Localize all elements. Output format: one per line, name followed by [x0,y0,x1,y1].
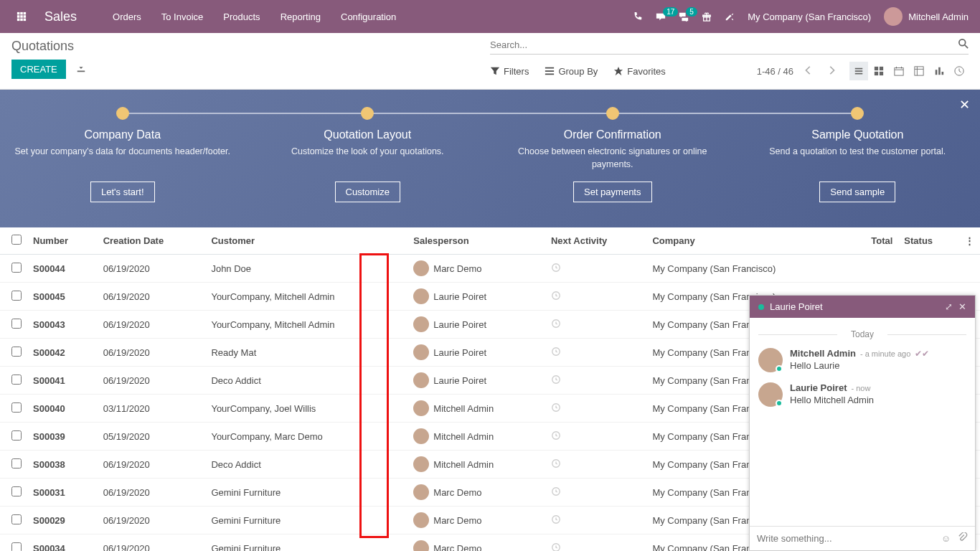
cell-salesperson: Marc Demo [407,534,545,552]
row-checkbox[interactable] [11,542,22,552]
row-checkbox[interactable] [11,486,22,496]
menu-orders[interactable]: Orders [113,11,141,22]
breadcrumb-title: Quotations [11,39,490,54]
emoji-icon[interactable]: ☺ [941,533,951,544]
cell-activity[interactable] [545,283,646,311]
chat-input[interactable] [757,533,934,544]
row-checkbox[interactable] [11,375,22,385]
msg-text: Hello Mitchell Admin [790,395,966,405]
row-checkbox[interactable] [11,263,22,273]
pager-prev-icon[interactable] [801,65,816,77]
row-checkbox[interactable] [11,514,22,524]
phone-icon[interactable] [633,11,643,22]
messages-icon[interactable]: 17 [656,11,666,22]
row-checkbox[interactable] [11,347,22,357]
col-date[interactable]: Creation Date [98,227,206,255]
msg-text: Hello Laurie [790,360,966,371]
chat-body[interactable]: Today Mitchell Admin - a minute ago ✔✔ H… [750,318,975,526]
col-total[interactable]: Total [849,227,898,255]
user-menu[interactable]: Mitchell Admin [884,7,969,26]
row-checkbox[interactable] [11,291,22,301]
cell-salesperson: Mitchell Admin [407,451,545,479]
company-name: My Company (San Francisco) [748,11,871,22]
cell-number: S00041 [27,367,98,395]
settings-icon[interactable] [725,11,735,22]
cell-number: S00039 [27,423,98,451]
col-salesperson[interactable]: Salesperson [407,227,545,255]
cell-salesperson: Marc Demo [407,479,545,507]
cell-activity[interactable] [545,479,646,507]
close-chat-icon[interactable]: ✕ [958,301,966,312]
pivot-view-icon[interactable] [910,62,928,80]
activity-view-icon[interactable] [950,62,969,80]
calendar-view-icon[interactable] [890,62,908,80]
cell-date: 06/19/2020 [98,311,206,339]
onboarding-step-sample: Sample Quotation Send a quotation to tes… [735,107,981,216]
read-check-icon: ✔✔ [915,349,929,359]
import-icon[interactable] [76,63,86,75]
search-input[interactable] [490,39,958,50]
chat-header[interactable]: Laurie Poiret ⤢ ✕ [750,296,975,318]
cell-options[interactable] [958,255,980,283]
cell-customer: Deco Addict [205,451,407,479]
onboarding-step-layout: Quotation Layout Customize the look of y… [245,107,491,216]
col-number[interactable]: Number [27,227,98,255]
apps-icon[interactable] [11,6,32,27]
onboarding-step-company: Company Data Set your company's data for… [0,107,245,216]
expand-icon[interactable]: ⤢ [945,301,953,312]
view-switcher [849,62,969,80]
row-checkbox[interactable] [11,319,22,329]
kanban-view-icon[interactable] [870,62,888,80]
create-button[interactable]: CREATE [11,60,66,79]
cell-activity[interactable] [545,534,646,552]
pager: 1-46 / 46 [757,65,839,77]
clock-icon [551,432,561,443]
pager-next-icon[interactable] [824,65,839,77]
row-checkbox[interactable] [11,430,22,441]
set-payments-button[interactable]: Set payments [573,182,652,202]
company-switcher[interactable]: My Company (San Francisco) [748,11,871,22]
table-row[interactable]: S0004406/19/2020John DoeMarc DemoMy Comp… [0,255,980,283]
send-sample-button[interactable]: Send sample [819,182,895,202]
row-checkbox[interactable] [11,458,22,468]
cell-activity[interactable] [545,451,646,479]
favorites-button[interactable]: Favorites [613,66,665,77]
cell-activity[interactable] [545,507,646,534]
list-view-icon[interactable] [849,62,868,80]
cell-activity[interactable] [545,423,646,451]
cell-activity[interactable] [545,367,646,395]
cell-activity[interactable] [545,339,646,367]
attachment-icon[interactable] [958,532,968,545]
col-status[interactable]: Status [898,227,958,255]
filters-button[interactable]: Filters [490,66,529,77]
select-all-checkbox[interactable] [11,235,22,245]
gift-icon[interactable] [702,11,712,22]
cell-date: 06/19/2020 [98,255,206,283]
col-customer[interactable]: Customer [205,227,407,255]
cell-activity[interactable] [545,255,646,283]
cell-activity[interactable] [545,395,646,423]
step-dot-icon [116,107,129,120]
col-options-icon[interactable]: ⋮ [958,227,980,255]
col-activity[interactable]: Next Activity [545,227,646,255]
menu-configuration[interactable]: Configuration [341,11,396,22]
user-avatar [884,7,903,26]
pager-text[interactable]: 1-46 / 46 [757,66,793,77]
cell-activity[interactable] [545,311,646,339]
svg-rect-8 [24,19,27,22]
menu-to-invoice[interactable]: To Invoice [161,11,204,22]
groupby-button[interactable]: Group By [545,66,598,77]
lets-start-button[interactable]: Let's start! [90,182,155,202]
graph-view-icon[interactable] [930,62,948,80]
customize-button[interactable]: Customize [335,182,400,202]
menu-products[interactable]: Products [223,11,260,22]
search-icon[interactable] [958,39,969,51]
discuss-icon[interactable]: 5 [679,11,689,22]
app-brand[interactable]: Sales [44,9,77,24]
row-checkbox[interactable] [11,402,22,413]
menu-reporting[interactable]: Reporting [281,11,321,22]
clock-icon [551,516,561,527]
clock-icon [551,488,561,499]
clock-icon [551,292,561,303]
col-company[interactable]: Company [646,227,849,255]
